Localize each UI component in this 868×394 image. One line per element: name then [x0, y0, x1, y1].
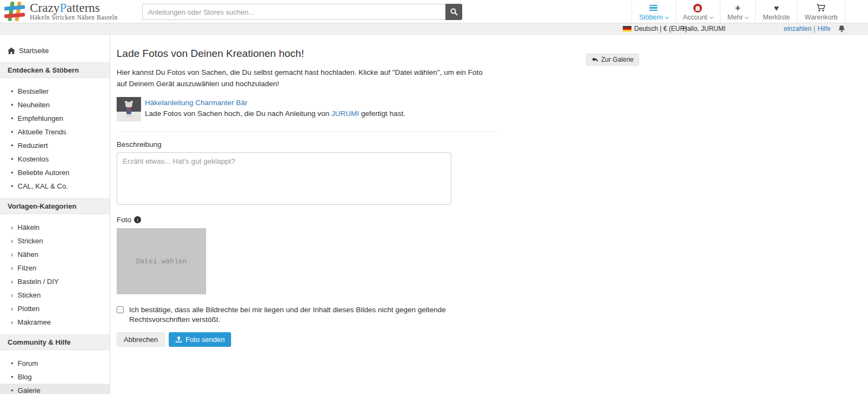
sidebar-item-stricken[interactable]: ›Stricken — [0, 234, 110, 248]
photo-label: Foto — [117, 216, 131, 224]
locale-label: Deutsch | € (EUR) — [634, 23, 687, 34]
home-icon — [8, 47, 15, 54]
search-button[interactable] — [445, 4, 462, 20]
sidebar-item-galerie[interactable]: •Galerie — [0, 384, 110, 394]
upload-icon — [175, 336, 182, 343]
logo-subtitle: Häkeln Stricken Nähen Basteln — [30, 14, 118, 21]
rights-text: Ich bestätige, dass alle Bildrechte bei … — [129, 305, 458, 325]
sidebar-item-aktuelle-trends[interactable]: •Aktuelle Trends — [0, 125, 110, 139]
main-content: Zur Galerie Lade Fotos von Deinen Kreati… — [110, 35, 868, 393]
rights-confirmation: Ich bestätige, dass alle Bildrechte bei … — [117, 305, 458, 325]
chevron-down-icon — [710, 15, 713, 18]
sidebar-section-kategorien: Vorlagen-Kategorien — [0, 198, 110, 214]
zur-galerie-button[interactable]: Zur Galerie — [586, 54, 639, 66]
sidebar-section-entdecken: Entdecken & Stöbern — [0, 62, 110, 78]
nav-mehr[interactable]: + Mehr — [720, 0, 755, 23]
sidebar-item-basteln-diy[interactable]: ›Basteln / DIY — [0, 275, 110, 288]
user-greeting: Hallo, JURUMI — [682, 23, 725, 34]
einzahlen-link[interactable]: einzahlen — [783, 23, 811, 34]
nav-merkliste[interactable]: ♥ Merkliste — [755, 0, 797, 23]
hilfe-link[interactable]: Hilfe — [818, 23, 831, 34]
sidebar-item-startseite[interactable]: Startseite — [0, 43, 110, 62]
cancel-button[interactable]: Abbrechen — [117, 332, 165, 347]
rights-checkbox[interactable] — [117, 306, 124, 313]
sidebar-list-community: •Forum •Blog •Galerie — [0, 350, 110, 394]
header: CrazyPatterns Häkeln Stricken Nähen Bast… — [0, 0, 868, 23]
upload-form: Beschreibung Foto i Datei wählen Ich bes… — [117, 140, 868, 347]
sidebar-item-filzen[interactable]: ›Filzen — [0, 261, 110, 275]
back-arrow-icon — [591, 57, 598, 63]
sidebar-item-empfehlungen[interactable]: •Empfehlungen — [0, 112, 110, 125]
nav-stoebern[interactable]: Stöbern — [631, 0, 675, 23]
sidebar-list-kategorien: ›Häkeln ›Stricken ›Nähen ›Filzen ›Bastel… — [0, 214, 110, 334]
search-input[interactable] — [142, 4, 445, 20]
logo-title: CrazyPatterns — [30, 2, 118, 14]
description-textarea[interactable] — [117, 152, 451, 205]
sidebar-item-beliebte-autoren[interactable]: •Beliebte Autoren — [0, 166, 110, 179]
nav-warenkorb[interactable]: Warenkorb — [797, 0, 845, 23]
avatar-icon — [693, 4, 702, 12]
german-flag-icon — [623, 26, 631, 31]
sidebar-item-naehen[interactable]: ›Nähen — [0, 248, 110, 261]
author-link[interactable]: JURUMI — [331, 109, 359, 118]
intro-text: Hier kannst Du Fotos von Sachen, die Du … — [117, 67, 491, 89]
page-title: Lade Fotos von Deinen Kreationen hoch! — [117, 48, 868, 60]
pattern-row: Häkelanleitung Charmanter Bär Lade Fotos… — [117, 97, 868, 121]
chevron-down-icon — [745, 15, 749, 18]
search-bar — [142, 4, 462, 20]
sidebar-item-bestseller[interactable]: •Bestseller — [0, 85, 110, 98]
header-nav: Stöbern Account + Mehr ♥ Merkliste Waren… — [631, 0, 845, 23]
notifications-bell[interactable] — [838, 25, 845, 33]
sidebar-item-haekeln[interactable]: ›Häkeln — [0, 221, 110, 234]
sidebar-item-cal-kal-co[interactable]: •CAL, KAL & Co. — [0, 179, 110, 193]
sidebar-item-makramee[interactable]: ›Makramee — [0, 315, 110, 329]
heart-icon: ♥ — [774, 4, 779, 12]
info-icon[interactable]: i — [134, 216, 141, 223]
sidebar-list-entdecken: •Bestseller •Neuheiten •Empfehlungen •Ak… — [0, 78, 110, 198]
submit-photo-button[interactable]: Foto senden — [169, 332, 231, 347]
sidebar-item-forum[interactable]: •Forum — [0, 357, 110, 370]
pattern-note: Lade Fotos von Sachen hoch, die Du nach … — [145, 108, 405, 119]
crazypatterns-logo[interactable]: CrazyPatterns Häkeln Stricken Nähen Bast… — [4, 2, 118, 21]
sidebar-item-reduziert[interactable]: •Reduziert — [0, 139, 110, 152]
cart-icon — [816, 4, 826, 12]
hamburger-icon — [649, 3, 658, 12]
pattern-thumbnail-bear[interactable] — [117, 97, 141, 121]
hashtag-logo-icon — [4, 2, 26, 21]
file-select-box[interactable]: Datei wählen — [117, 228, 206, 294]
chevron-down-icon — [665, 15, 669, 18]
sidebar-item-sticken[interactable]: ›Sticken — [0, 288, 110, 302]
description-label: Beschreibung — [117, 140, 868, 148]
sidebar-item-blog[interactable]: •Blog — [0, 370, 110, 384]
pattern-title-link[interactable]: Häkelanleitung Charmanter Bär — [145, 99, 247, 107]
divider — [117, 131, 497, 132]
sidebar-section-community: Community & Hilfe — [0, 334, 110, 350]
locale-selector[interactable]: Deutsch | € (EUR) — [623, 23, 687, 34]
sidebar-item-kostenlos[interactable]: •Kostenlos — [0, 152, 110, 166]
nav-account[interactable]: Account — [675, 0, 720, 23]
bell-icon — [838, 25, 845, 33]
topbar: Deutsch | € (EUR) Hallo, JURUMI einzahle… — [0, 23, 868, 35]
search-icon — [450, 8, 458, 16]
sidebar: Startseite Entdecken & Stöbern •Bestsell… — [0, 35, 110, 393]
sidebar-item-plotten[interactable]: ›Plotten — [0, 302, 110, 315]
plus-icon: + — [735, 4, 741, 12]
sidebar-item-neuheiten[interactable]: •Neuheiten — [0, 98, 110, 112]
